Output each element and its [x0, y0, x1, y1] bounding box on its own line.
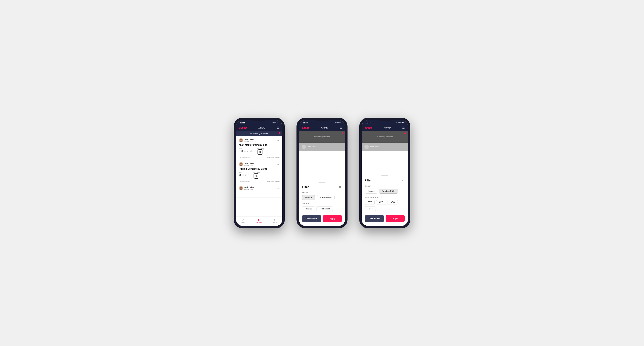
battery-icon-3: 51 — [402, 122, 404, 124]
clear-filters-btn-3[interactable]: Clear Filters — [365, 215, 384, 222]
notification-dot-3 — [404, 133, 406, 134]
more-dimmed-3: ··· — [403, 145, 405, 149]
data-source-1: Data: Clippd Capture — [267, 157, 280, 158]
phone-2: 11:33 ▲ WiFi 51 clippd Activity ☰ ⚙ View… — [296, 118, 348, 228]
card-1-footer: ℹ Test Information Data: Clippd Capture — [239, 156, 280, 158]
quality-group-1: Shot Quality 75 — [256, 148, 264, 155]
ott-btn-3[interactable]: OTT — [365, 200, 374, 205]
more-btn-1[interactable]: ··· — [277, 139, 280, 142]
viewing-text-dimmed-2: ⚙ Viewing Activities — [314, 136, 330, 138]
nav-home-1[interactable]: ⌂ Home — [241, 218, 245, 223]
rounds-section-2: Rounds Practice Tournament — [302, 203, 342, 211]
practice-drills-section-label-3: Practice Drills — [365, 196, 405, 198]
clear-filters-btn-2[interactable]: Clear Filters — [302, 215, 321, 222]
svg-point-2 — [240, 163, 242, 164]
score-group-1: Score 10 OUT OF 20 — [239, 148, 253, 153]
logo-3: clippd — [365, 126, 372, 129]
battery-icon-2: 51 — [340, 122, 341, 124]
logo-1: clippd — [239, 126, 247, 129]
modal-header-3: Filter ✕ — [365, 178, 405, 182]
notch — [252, 118, 266, 121]
phone-1: 11:33 ▲ WiFi 51 clippd Activity ☰ ⚙ View… — [234, 118, 285, 228]
quality-group-2: Shot Quality 45 — [252, 172, 260, 179]
viewing-text-dimmed-3: ⚙ Viewing Activities — [377, 136, 393, 138]
drill-buttons-3: OTT APP ARG PUTT — [365, 200, 405, 211]
menu-icon-3[interactable]: ☰ — [402, 126, 405, 129]
dimmed-card-2: Josh Coles ··· — [299, 143, 345, 151]
notification-dot-2 — [342, 133, 343, 134]
scene: 11:33 ▲ WiFi 51 clippd Activity ☰ ⚙ View… — [226, 110, 418, 236]
wifi-icon: WiFi — [272, 122, 276, 124]
score-out-of-2: 0 OUT OF 9 — [239, 173, 250, 177]
activity-card-3: Josh Coles 28 Feb 2023 ··· — [236, 184, 282, 197]
out-of-1: OUT OF — [244, 151, 248, 152]
viewing-bar-1[interactable]: ⚙ Viewing Activities — [236, 131, 282, 136]
user-name-3: Josh Coles — [244, 186, 254, 188]
quality-label-2: Shot Quality — [252, 172, 260, 173]
score-value-2: 0 — [239, 173, 241, 177]
user-name-dimmed-2: Josh Coles — [307, 146, 316, 148]
wifi-icon-3: WiFi — [398, 122, 402, 124]
app-btn-3[interactable]: APP — [376, 200, 386, 205]
avatar-img-1 — [239, 138, 243, 142]
nav-activities-1[interactable]: ♟ Activities — [256, 218, 262, 223]
modal-handle-3 — [381, 175, 388, 176]
filter-icon-dimmed-2: ⚙ — [314, 136, 316, 138]
filter-title-2: Filter — [302, 185, 309, 188]
nav-capture-1[interactable]: ⊕ Capture — [272, 218, 277, 223]
rounds-btn-3[interactable]: Rounds — [365, 189, 377, 193]
score-group-2: Score 0 OUT OF 9 — [239, 172, 250, 177]
show-label-3: Show — [365, 185, 405, 187]
menu-icon-2[interactable]: ☰ — [340, 126, 342, 129]
filter-footer-2: Clear Filters Apply — [302, 215, 342, 222]
notification-dot-1 — [279, 132, 280, 134]
close-filter-2[interactable]: ✕ — [338, 185, 342, 189]
filter-title-3: Filter — [365, 179, 372, 182]
practice-btn-2[interactable]: Practice — [302, 206, 315, 211]
home-label-1: Home — [241, 222, 245, 223]
putt-btn-3[interactable]: PUTT — [365, 206, 376, 211]
status-icons-3: ▲ WiFi 51 — [396, 122, 404, 124]
test-info-2: ℹ Test Information — [239, 180, 250, 182]
modal-handle-2 — [318, 182, 326, 182]
arg-btn-3[interactable]: ARG — [388, 200, 398, 205]
viewing-text-1: Viewing Activities — [253, 133, 268, 135]
data-source-2: Data: Clippd Capture — [267, 180, 280, 182]
show-label-2: Show — [302, 192, 342, 193]
more-dimmed-2: ··· — [340, 145, 342, 149]
score-out-of-1: 10 OUT OF 20 — [239, 149, 253, 153]
card-2-footer: ℹ Test Information Data: Clippd Capture — [239, 180, 280, 182]
activities-label-1: Activities — [256, 222, 262, 223]
dimmed-header-3: ⚙ Viewing Activities — [362, 131, 408, 143]
practice-drills-btn-3[interactable]: Practice Drills — [379, 189, 398, 193]
status-icons-1: ▲ WiFi 51 — [270, 122, 278, 124]
avatar-img-3 — [239, 186, 243, 190]
signal-icon-2: ▲ — [333, 122, 334, 124]
phone-3: 11:33 ▲ WiFi 51 clippd Activity ☰ ⚙ View… — [359, 118, 410, 228]
rounds-btn-2[interactable]: Rounds — [302, 195, 315, 200]
avatar-dimmed-3 — [364, 145, 369, 149]
status-icons-2: ▲ WiFi 51 — [333, 122, 341, 124]
tournament-btn-2[interactable]: Tournament — [316, 206, 333, 211]
more-btn-2[interactable]: ··· — [277, 163, 280, 166]
filter-footer-3: Clear Filters Apply — [365, 215, 405, 222]
close-filter-3[interactable]: ✕ — [401, 178, 405, 182]
avatar-3 — [239, 186, 243, 190]
card-1-stats: Score 10 OUT OF 20 Shot Quality 75 — [239, 148, 280, 155]
practice-drills-section-3: Practice Drills OTT APP ARG PUTT — [365, 196, 405, 211]
activity-card-1: Josh Coles 28 Feb 2023 ··· Must Make Put… — [236, 136, 282, 160]
filter-icon-1: ⚙ — [250, 133, 252, 135]
more-btn-3[interactable]: ··· — [277, 186, 280, 190]
test-info-1: ℹ Test Information — [239, 156, 250, 158]
card-1-user: Josh Coles 28 Feb 2023 — [239, 138, 254, 143]
apply-btn-2[interactable]: Apply — [323, 215, 342, 222]
practice-drills-btn-2[interactable]: Practice Drills — [317, 195, 334, 200]
quality-label-1: Shot Quality — [256, 148, 264, 149]
menu-icon-1[interactable]: ☰ — [277, 126, 279, 129]
test-info-text-2: Test Information — [240, 180, 250, 182]
filter-modal-2: Filter ✕ Show Rounds Practice Drills Rou… — [299, 179, 345, 226]
nav-title-3: Activity — [374, 127, 401, 129]
avatar-img-2 — [239, 162, 243, 166]
apply-btn-3[interactable]: Apply — [386, 215, 405, 222]
svg-point-1 — [240, 141, 242, 143]
